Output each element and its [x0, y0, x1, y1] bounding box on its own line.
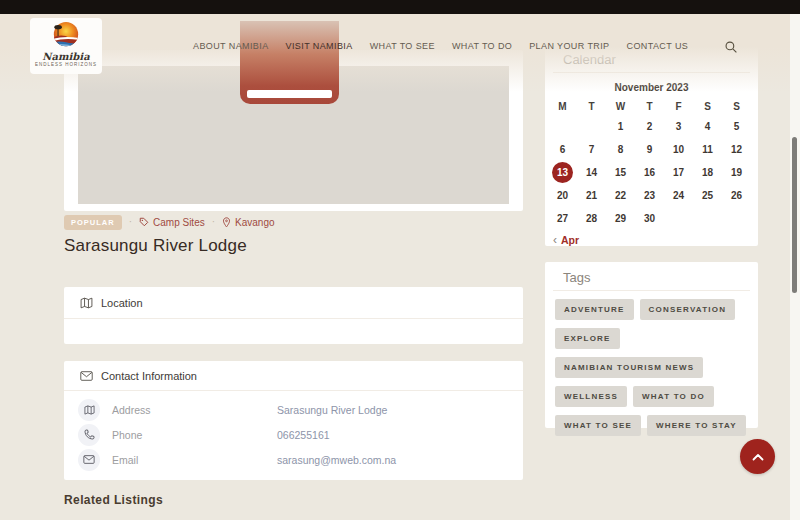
calendar-day[interactable]: 7	[577, 138, 606, 161]
calendar-selected-day[interactable]: 13	[552, 162, 573, 183]
map-icon	[78, 399, 100, 421]
tag-chip-adventure[interactable]: ADVENTURE	[555, 299, 634, 320]
scrollbar-track[interactable]	[790, 14, 800, 520]
category-label: Camp Sites	[153, 217, 205, 228]
calendar-day[interactable]: 17	[664, 161, 693, 184]
calendar-weekday: F	[664, 98, 693, 115]
calendar-day[interactable]: 21	[577, 184, 606, 207]
calendar-day[interactable]: 8	[606, 138, 635, 161]
calendar-day[interactable]: 15	[606, 161, 635, 184]
site-logo[interactable]: Namibia Endless Horizons	[30, 18, 102, 74]
tag-chip-wellness[interactable]: WELLNESS	[555, 386, 627, 407]
category-link[interactable]: Camp Sites	[139, 217, 205, 228]
calendar-day[interactable]: 18	[693, 161, 722, 184]
calendar-day[interactable]: 20	[548, 184, 577, 207]
calendar-weekday: M	[548, 98, 577, 115]
calendar-day[interactable]: 14	[577, 161, 606, 184]
calendar-empty-cell	[577, 115, 606, 138]
tag-chip-namibian-tourism-news[interactable]: NAMIBIAN TOURISM NEWS	[555, 357, 703, 378]
nav-item-contact-us[interactable]: CONTACT US	[627, 41, 689, 51]
tag-chip-what-to-see[interactable]: WHAT TO SEE	[555, 415, 641, 436]
contact-value-phone[interactable]: 066255161	[277, 429, 330, 441]
tags-widget-title: Tags	[553, 262, 750, 290]
listing-meta-row: POPULAR · Camp Sites · Kavango	[64, 215, 275, 229]
contact-section-title: Contact Information	[101, 370, 197, 382]
calendar-day[interactable]: 6	[548, 138, 577, 161]
location-section-title: Location	[101, 297, 143, 309]
nav-item-what-to-do[interactable]: WHAT TO DO	[452, 41, 512, 51]
map-icon	[80, 297, 93, 309]
contact-label: Email	[112, 454, 277, 466]
calendar-day[interactable]: 22	[606, 184, 635, 207]
meta-separator: ·	[212, 217, 215, 227]
chevron-up-icon	[751, 452, 765, 462]
calendar-footer: ‹ Apr	[553, 234, 758, 246]
calendar-day[interactable]: 23	[635, 184, 664, 207]
calendar-weekday: S	[722, 98, 751, 115]
location-section-header: Location	[64, 287, 523, 319]
tag-chip-where-to-stay[interactable]: WHERE TO STAY	[647, 415, 746, 436]
contact-section-header: Contact Information	[64, 361, 523, 391]
visit-namibia-dropdown	[240, 21, 339, 104]
tag-list: ADVENTURECONSERVATIONEXPLORENAMIBIAN TOU…	[545, 291, 758, 444]
nav-item-plan-your-trip[interactable]: PLAN YOUR TRIP	[529, 41, 609, 51]
location-section: Location	[64, 287, 523, 344]
region-link[interactable]: Kavango	[222, 217, 274, 228]
calendar-day[interactable]: 29	[606, 207, 635, 230]
dropdown-menu-item[interactable]	[247, 90, 332, 98]
meta-separator: ·	[129, 217, 132, 227]
calendar-day[interactable]: 10	[664, 138, 693, 161]
envelope-icon	[80, 371, 93, 381]
calendar-day[interactable]: 5	[722, 115, 751, 138]
phone-icon	[78, 424, 100, 446]
contact-section: Contact Information AddressSarasungu Riv…	[64, 361, 523, 480]
calendar-day[interactable]: 28	[577, 207, 606, 230]
tag-chip-conservation[interactable]: CONSERVATION	[640, 299, 736, 320]
calendar-day[interactable]: 4	[693, 115, 722, 138]
scroll-to-top-button[interactable]	[740, 439, 775, 474]
chevron-left-icon: ‹	[553, 235, 557, 245]
contact-label: Phone	[112, 429, 277, 441]
calendar-day[interactable]: 26	[722, 184, 751, 207]
contact-value-email[interactable]: sarasung@mweb.com.na	[277, 454, 396, 466]
tag-chip-explore[interactable]: EXPLORE	[555, 328, 620, 349]
popular-badge: POPULAR	[64, 215, 122, 230]
calendar-day[interactable]: 12	[722, 138, 751, 161]
calendar-day[interactable]: 1	[606, 115, 635, 138]
related-listings-heading: Related Listings	[64, 493, 163, 507]
region-label: Kavango	[235, 217, 274, 228]
tags-widget: Tags ADVENTURECONSERVATIONEXPLORENAMIBIA…	[545, 262, 758, 428]
calendar-day[interactable]: 9	[635, 138, 664, 161]
nav-item-visit-namibia[interactable]: VISIT NAMIBIA	[286, 41, 353, 51]
calendar-day[interactable]: 13	[548, 161, 577, 184]
calendar-day[interactable]: 3	[664, 115, 693, 138]
contact-value-address[interactable]: Sarasungu River Lodge	[277, 404, 387, 416]
calendar-weekday: W	[606, 98, 635, 115]
calendar-weekday: S	[693, 98, 722, 115]
scrollbar-thumb[interactable]	[792, 137, 797, 293]
calendar-day[interactable]: 25	[693, 184, 722, 207]
calendar-day[interactable]: 16	[635, 161, 664, 184]
nav-item-what-to-see[interactable]: WHAT TO SEE	[370, 41, 435, 51]
nav-item-about-namibia[interactable]: ABOUT NAMIBIA	[193, 41, 269, 51]
sunset-logo-icon	[48, 20, 84, 52]
calendar-empty-cell	[693, 207, 722, 230]
calendar-day[interactable]: 19	[722, 161, 751, 184]
logo-brand-text: Namibia	[42, 52, 89, 62]
tag-icon	[139, 217, 149, 227]
calendar-prev-month-link[interactable]: Apr	[561, 234, 579, 246]
calendar-grid: MTWTFSS123456789101112131415161718192021…	[548, 98, 758, 230]
header-bar	[0, 14, 790, 92]
calendar-day[interactable]: 30	[635, 207, 664, 230]
tag-chip-what-to-do[interactable]: WHAT TO DO	[633, 386, 714, 407]
search-button[interactable]	[724, 40, 739, 55]
calendar-day[interactable]: 11	[693, 138, 722, 161]
calendar-day[interactable]: 27	[548, 207, 577, 230]
logo-tagline-text: Endless Horizons	[35, 62, 97, 68]
calendar-weekday: T	[577, 98, 606, 115]
email-icon	[78, 449, 100, 471]
tags-title-row: Tags	[553, 262, 750, 291]
calendar-day[interactable]: 2	[635, 115, 664, 138]
calendar-empty-cell	[548, 115, 577, 138]
calendar-day[interactable]: 24	[664, 184, 693, 207]
